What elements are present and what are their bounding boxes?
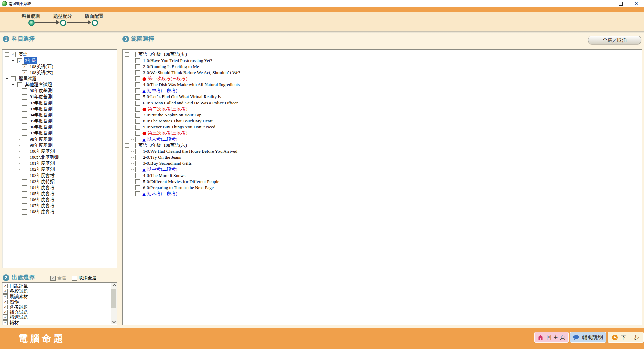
checkbox[interactable]: [22, 107, 27, 112]
checkbox[interactable]: [135, 185, 140, 190]
checkbox[interactable]: [22, 101, 27, 106]
checkbox[interactable]: [135, 64, 140, 69]
tree-item-label[interactable]: 英語_3年級_108英語(五): [138, 51, 188, 57]
tree-item-label[interactable]: 102年度基測: [29, 166, 55, 172]
checkbox[interactable]: ✓: [3, 310, 8, 315]
tree-item-label[interactable]: 期末考(二段考): [146, 191, 178, 197]
tree-item-label[interactable]: 6-0:A Man Called and Said He Was a Polic…: [142, 100, 238, 106]
tree-row[interactable]: 歷屆試題: [2, 76, 117, 82]
tree-item-label[interactable]: 94年度基測: [29, 112, 53, 118]
tree-item-label[interactable]: 期中考(二段考): [146, 88, 178, 94]
checkbox[interactable]: [22, 113, 27, 118]
tree-row[interactable]: ✓108英語(六): [2, 70, 117, 76]
tree-item-label[interactable]: 93年度基測: [29, 106, 53, 112]
tree-item-label[interactable]: 歷屆試題: [18, 76, 37, 82]
tree-item-label[interactable]: 4-0:The More It Snows: [142, 173, 186, 178]
tree-row[interactable]: 90年度基測: [2, 88, 117, 94]
tree-item-label[interactable]: 2-0:Try On the Jeans: [142, 155, 182, 160]
next-button[interactable]: 下 一 步: [608, 332, 644, 343]
tree-item-label[interactable]: 106年度會考: [29, 197, 55, 203]
checkbox[interactable]: [135, 131, 140, 136]
tree-row[interactable]: 2-0:Try On the Jeans: [123, 154, 642, 160]
checkbox[interactable]: [22, 143, 27, 148]
scroll-up-button[interactable]: [111, 283, 117, 288]
checkbox[interactable]: ✓: [3, 284, 8, 288]
expander-minus-icon[interactable]: [11, 83, 15, 87]
checkbox[interactable]: [135, 161, 140, 166]
tree-item-label[interactable]: 108年度會考: [29, 209, 55, 215]
tree-item-label[interactable]: 期中考(二段考): [146, 166, 178, 172]
checkbox[interactable]: [22, 185, 27, 190]
expander-minus-icon[interactable]: [125, 52, 129, 57]
checkbox[interactable]: [131, 52, 136, 57]
home-button[interactable]: 回 主 頁: [534, 332, 569, 343]
checkbox[interactable]: [22, 209, 27, 215]
checkbox[interactable]: ✓: [3, 300, 8, 304]
tree-item-label[interactable]: 3-0:We Should Think Before We Act, Shoul…: [142, 70, 241, 75]
step-circle[interactable]: [92, 20, 98, 26]
expander-minus-icon[interactable]: [11, 59, 15, 63]
tree-row[interactable]: 103年度會考: [2, 172, 117, 179]
tree-item-label[interactable]: 1-0:Have You Tried Postcrossing Yet?: [142, 58, 213, 63]
tree-row[interactable]: 94年度基測: [2, 112, 117, 118]
checkbox[interactable]: [22, 149, 27, 154]
tree-row[interactable]: 100北北基聯測: [2, 154, 117, 160]
tree-item-label[interactable]: 91年度基測: [29, 94, 53, 100]
tree-row[interactable]: 4-0:The Dish Was Made with All Natural I…: [123, 82, 642, 88]
tree-item-label[interactable]: 6-0:Preparing to Turn to the Next Page: [142, 185, 214, 190]
tree-row[interactable]: 7-0:Put the Napkin on Your Lap: [123, 112, 642, 118]
tree-item-label[interactable]: 103年度特招: [29, 179, 55, 185]
select-all-checkbox[interactable]: ✓: [50, 276, 56, 281]
tree-row[interactable]: ✓3年級: [2, 57, 117, 64]
tree-item-label[interactable]: 104年度會考: [29, 185, 55, 191]
tree-row[interactable]: 98年度基測: [2, 136, 117, 142]
checkbox[interactable]: [22, 173, 27, 178]
checkbox[interactable]: [135, 82, 140, 87]
checkbox[interactable]: [22, 179, 27, 184]
tree-row[interactable]: 6-0:Preparing to Turn to the Next Page: [123, 185, 642, 191]
checkbox[interactable]: [22, 161, 27, 166]
step-circle[interactable]: [60, 20, 66, 26]
checkbox[interactable]: [22, 94, 27, 100]
tree-item-label[interactable]: 105年度會考: [29, 191, 55, 197]
checkbox[interactable]: [135, 155, 140, 160]
tree-row[interactable]: 3-0:We Should Think Before We Act, Shoul…: [123, 70, 642, 76]
checkbox[interactable]: [135, 137, 140, 142]
tree-item-label[interactable]: 3-0:Buy Secondhand Gifts: [142, 161, 192, 166]
tree-row[interactable]: ▲期末考(二段考): [123, 136, 642, 142]
list-item[interactable]: ✓各校試題: [3, 289, 117, 294]
list-item[interactable]: ✓習作: [3, 299, 117, 305]
tree-row[interactable]: 106年度會考: [2, 197, 117, 203]
checkbox[interactable]: [22, 167, 27, 172]
list-item[interactable]: ✓精選試題: [3, 315, 117, 320]
checkbox[interactable]: [22, 191, 27, 196]
checkbox[interactable]: [22, 197, 27, 202]
checkbox[interactable]: [131, 143, 136, 148]
tree-row[interactable]: 4-0:The More It Snows: [123, 172, 642, 179]
tree-row[interactable]: 97年度基測: [2, 130, 117, 136]
tree-row[interactable]: 6-0:A Man Called and Said He Was a Polic…: [123, 100, 642, 106]
checkbox[interactable]: [135, 167, 140, 172]
tree-item-label[interactable]: 其他題庫試題: [24, 82, 53, 88]
tree-row[interactable]: ✓英語: [2, 51, 117, 57]
tree-item-label[interactable]: 期末考(二段考): [146, 136, 178, 142]
deselect-all-checkbox[interactable]: [72, 276, 77, 281]
checkbox[interactable]: [135, 173, 140, 178]
tree-item-label[interactable]: 英語_3年級_108英語(六): [138, 142, 188, 148]
checkbox[interactable]: [135, 76, 140, 81]
checkbox[interactable]: [22, 137, 27, 142]
checkbox[interactable]: ✓: [3, 305, 8, 309]
checkbox[interactable]: [135, 107, 140, 112]
checkbox[interactable]: [135, 70, 140, 75]
tree-row[interactable]: ▲期中考(二段考): [123, 88, 642, 94]
minimize-button[interactable]: –: [598, 0, 613, 7]
help-button[interactable]: 輔助說明: [570, 332, 606, 343]
checkbox[interactable]: [17, 82, 22, 87]
tree-row[interactable]: 91年度基測: [2, 94, 117, 100]
tree-item-label[interactable]: 107年度會考: [29, 203, 55, 209]
tree-row[interactable]: 2-0:Running Is Exciting to Me: [123, 64, 642, 70]
checkbox[interactable]: ✓: [11, 52, 16, 57]
checkbox[interactable]: [22, 131, 27, 136]
checkbox[interactable]: [135, 119, 140, 124]
tree-item-label[interactable]: 2-0:Running Is Exciting to Me: [142, 64, 200, 69]
